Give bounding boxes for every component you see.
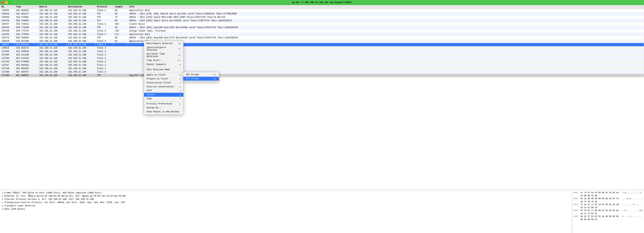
cell-no: 137248: [0, 67, 14, 70]
packet-hex-panel: 00006c 7e 67 ba f8 96 00 0c 29 db ea 16 …: [572, 190, 644, 233]
menu-item-time-shift[interactable]: Time Shift...⇧⌘T: [144, 59, 183, 63]
cell-time: 293.141186: [14, 53, 38, 57]
cell-length: 66: [113, 26, 128, 29]
menu-item-sctp[interactable]: SCTP▶: [144, 89, 183, 93]
menu-item-ignore-unignore[interactable]: Ignore/Unignore Selected⌘D: [144, 46, 183, 52]
hex-line: 00006c 7e 67 ba f8 96 00 0c 29 db ea 16 …: [574, 191, 642, 197]
cell-source: 192.168.31.168: [38, 53, 66, 57]
menu-item-prepare-filter[interactable]: Prepare as Filter▶: [144, 77, 183, 81]
detail-line[interactable]: ▶Frame 136917: 436 bytes on wire (3488 b…: [2, 191, 570, 194]
cell-destination: 192.168.31.190: [66, 23, 95, 26]
menu-label-time-ref: Set/Unset Time Reference: [146, 53, 177, 58]
submenu-item-tls-stream[interactable]: TLS Stream⌥⌘S: [183, 77, 219, 81]
table-row[interactable]: 136917270.553110192.168.31.168192.168.31…: [0, 43, 644, 47]
menu-label-time-shift: Time Shift...: [146, 59, 164, 62]
detail-line[interactable]: ▶Transport Layer Security: [2, 204, 570, 207]
menu-item-mark-unmark[interactable]: Mark/Unmark Selected⌘M: [144, 42, 183, 46]
hex-bytes: 1f be ec c2 07 e8 9e 18 38 db a8 83 ca b…: [580, 203, 622, 209]
menu-item-packet-comments[interactable]: Packet Comments▶: [144, 63, 183, 66]
cell-destination: 192.168.31.190: [66, 70, 95, 74]
cell-time: 270.553110: [14, 43, 38, 47]
cell-time: 182.462062: [14, 9, 38, 12]
cell-protocol: TCP: [95, 74, 113, 77]
cell-no: 135835: [0, 9, 14, 12]
menu-item-colorize[interactable]: Colorize Conversation▶: [144, 85, 183, 89]
minimize-button[interactable]: [5, 1, 8, 4]
table-row[interactable]: 137245295.579990192.168.31.168192.168.31…: [0, 60, 644, 64]
detail-line[interactable]: ▶Data (348 bytes): [2, 207, 570, 211]
table-row[interactable]: 137205293.141186192.168.31.168192.168.31…: [0, 53, 644, 57]
table-row[interactable]: 135836182.462117192.168.31.168192.168.31…: [0, 12, 644, 16]
cell-no: 136760: [0, 29, 14, 33]
cell-no: 136918: [0, 47, 14, 50]
menu-item-proto-prefs[interactable]: Protocol Preferences▶: [144, 102, 183, 106]
table-row[interactable]: 136918270.553274192.168.31.168192.168.31…: [0, 47, 644, 50]
table-row[interactable]: 136916270.547630192.168.31.168192.168.31…: [0, 40, 644, 43]
menu-label-mark-unmark: Mark/Unmark Selected: [146, 42, 172, 45]
submenu-shortcut-tls-stream: ⌥⌘S: [213, 78, 216, 80]
table-row[interactable]: 136760259.775753192.168.31.168192.168.31…: [0, 29, 644, 33]
table-row[interactable]: 137248295.585655192.168.31.168192.168.31…: [0, 67, 644, 70]
cell-time: 295.585491: [14, 64, 38, 67]
table-row[interactable]: 136764259.775308192.168.31.168192.168.31…: [0, 26, 644, 29]
detail-line[interactable]: ▶Transmission Control Protocol, Src Port…: [2, 201, 570, 204]
col-header-destination: Destination: [66, 5, 95, 9]
table-row[interactable]: 135835182.462062192.168.31.168192.168.31…: [0, 9, 644, 12]
menu-item-apply-filter[interactable]: Apply as Filter▶: [144, 73, 183, 77]
menu-item-copy[interactable]: Copy▶: [144, 97, 183, 101]
col-header-protocol: Protocol: [95, 5, 113, 9]
table-row[interactable]: 137380307.408847192.168.31.168192.168.31…: [0, 74, 644, 77]
menu-item-edit-resolved[interactable]: Edit Resolved Name: [144, 68, 183, 72]
maximize-button[interactable]: [9, 1, 12, 4]
cell-protocol: TLSv1.3: [95, 53, 113, 57]
cell-source: 192.168.31.168: [38, 33, 66, 36]
cell-length: [113, 64, 128, 67]
table-row[interactable]: 136759259.753682192.168.31.168192.168.31…: [0, 19, 644, 23]
table-row[interactable]: 135859259.744001192.168.31.168192.168.31…: [0, 16, 644, 19]
submenu-label-tcp-stream: TCP Stream: [186, 74, 199, 76]
packet-list-panel: No. Time Source Destination Protocol Len…: [0, 5, 644, 190]
cell-no: 136766: [0, 33, 14, 36]
cell-time: 182.462117: [14, 12, 38, 16]
cell-length: [113, 43, 128, 47]
menu-label-follow: Follow: [146, 93, 154, 96]
hex-ascii: ..B..... .....sdG: [622, 209, 642, 215]
cell-time: 270.547630: [14, 40, 38, 43]
window-controls: [2, 1, 12, 4]
cell-source: 192.168.31.168: [38, 43, 66, 47]
menu-arrow-colorize: ▶: [180, 86, 181, 88]
follow-submenu: TCP Stream⌥⌘TTLS Stream⌥⌘S: [183, 72, 219, 82]
cell-source: 192.168.31.168: [38, 74, 66, 77]
hex-bytes: 6c 7e 67 ba f8 96 00 0c 29 db ea 16 08 0…: [580, 191, 622, 197]
table-row[interactable]: 137247295.585491192.168.31.168192.168.31…: [0, 64, 644, 67]
menu-item-conv-filter[interactable]: Conversation Filter▶: [144, 81, 183, 85]
detail-line[interactable]: ▶Ethernet II, Src: VMware_db:ea:16 (00:0…: [2, 194, 570, 198]
table-row[interactable]: 137380307.408767192.168.31.168192.168.31…: [0, 70, 644, 74]
cell-destination: 192.168.31.190: [66, 33, 95, 36]
cell-time: 259.783856: [14, 36, 38, 40]
cell-source: 192.168.31.168: [38, 9, 66, 12]
detail-line[interactable]: ▶Internet Protocol Version 4, Src: 192.1…: [2, 198, 570, 201]
cell-source: 192.168.31.168: [38, 60, 66, 64]
close-button[interactable]: [2, 1, 4, 4]
table-row[interactable]: 137204293.135678192.168.31.168192.168.31…: [0, 50, 644, 53]
expand-icon: ▶: [2, 208, 3, 210]
menu-arrow-apply-filter: ▶: [180, 74, 181, 76]
packet-table: No. Time Source Destination Protocol Len…: [0, 5, 644, 77]
hex-offset: 0020: [574, 203, 580, 209]
menu-item-time-ref[interactable]: Set/Unset Time Reference⌘T: [144, 52, 183, 59]
hex-bytes: 01 f6 42 fc 00 00 01 01 08 0a 0a ae e7 7…: [580, 209, 622, 215]
expand-icon: ▶: [2, 195, 3, 197]
table-row[interactable]: 136757259.753811192.168.31.168192.168.31…: [0, 23, 644, 26]
table-row[interactable]: 136766259.775853192.168.31.168192.168.31…: [0, 33, 644, 36]
cell-no: 137380: [0, 74, 14, 77]
cell-source: 192.168.31.168: [38, 50, 66, 53]
cell-source: 192.168.31.168: [38, 64, 66, 67]
menu-item-follow[interactable]: Follow▶: [144, 93, 183, 97]
cell-info: Application Data: [128, 33, 644, 36]
menu-item-show-packet[interactable]: Show Packet in New Window: [144, 110, 183, 114]
menu-item-decode-as[interactable]: Decode As...: [144, 106, 183, 110]
table-row[interactable]: 137206293.141345192.168.31.168192.168.31…: [0, 57, 644, 60]
table-row[interactable]: 136770259.783856192.168.31.168192.168.31…: [0, 36, 644, 40]
submenu-item-tcp-stream[interactable]: TCP Stream⌥⌘T: [183, 73, 219, 77]
